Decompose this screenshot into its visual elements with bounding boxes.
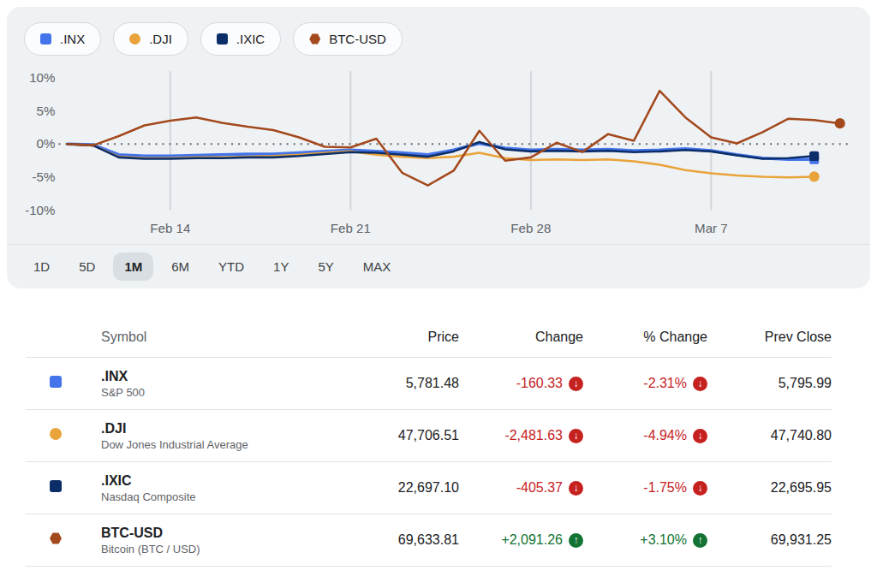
price-value: 5,781.48 <box>339 376 459 391</box>
svg-text:Feb 28: Feb 28 <box>510 221 551 235</box>
symbol-label: BTC-USD <box>101 526 339 541</box>
price-value: 22,697.10 <box>339 480 459 496</box>
chip-btc[interactable]: BTC-USD <box>293 22 403 56</box>
tab-6m[interactable]: 6M <box>160 252 200 281</box>
svg-text:Feb 14: Feb 14 <box>150 221 191 235</box>
chip-inx[interactable]: .INX <box>24 22 101 56</box>
range-tabs: 1D 5D 1M 6M YTD 1Y 5Y MAX <box>7 244 870 288</box>
table-row-btc[interactable]: BTC-USD Bitcoin (BTC / USD) 69,633.81 +2… <box>26 514 832 567</box>
pct-change-value: -1.75% ↓ <box>583 480 707 496</box>
header-pct-change: % Change <box>583 330 707 345</box>
chip-dji-label: .DJI <box>149 32 172 46</box>
ixic-icon <box>217 33 228 45</box>
prev-close-value: 5,795.99 <box>707 376 832 391</box>
pct-change-value: -2.31% ↓ <box>583 376 707 391</box>
chip-btc-label: BTC-USD <box>329 32 386 46</box>
inx-icon <box>40 33 51 45</box>
change-down-icon: ↓ <box>569 429 583 443</box>
change-value: -160.33 ↓ <box>459 376 583 391</box>
symbol-label: .IXIC <box>101 473 339 489</box>
chip-ixic-label: .IXIC <box>236 32 265 46</box>
chart-card: .INX .DJI .IXIC BTC-USD Feb 14Feb 21Feb … <box>7 7 870 288</box>
header-prev-close: Prev Close <box>707 330 832 345</box>
ixic-icon <box>50 480 62 492</box>
prev-close-value: 22,695.95 <box>707 480 832 496</box>
symbol-label: .INX <box>101 369 339 384</box>
btc-icon <box>309 33 320 45</box>
tab-1y[interactable]: 1Y <box>262 252 300 281</box>
btc-icon <box>50 532 62 544</box>
series-marker-.DJI <box>809 171 820 181</box>
quote-table: Symbol Price Change % Change Prev Close … <box>26 319 832 567</box>
tab-5d[interactable]: 5D <box>68 252 106 281</box>
change-up-icon: ↑ <box>693 533 707 548</box>
symbol-fullname: Bitcoin (BTC / USD) <box>101 543 339 555</box>
change-down-icon: ↓ <box>693 429 707 443</box>
table-row-ixic[interactable]: .IXIC Nasdaq Composite 22,697.10 -405.37… <box>26 462 832 514</box>
header-symbol: Symbol <box>101 330 339 345</box>
tab-ytd[interactable]: YTD <box>207 252 255 281</box>
change-value: -405.37 ↓ <box>459 480 583 496</box>
price-value: 47,706.51 <box>339 428 459 443</box>
svg-text:0%: 0% <box>37 136 56 151</box>
header-change: Change <box>459 330 583 345</box>
change-value: +2,091.26 ↑ <box>459 532 583 548</box>
table-row-inx[interactable]: .INX S&P 500 5,781.48 -160.33 ↓ -2.31% ↓… <box>26 358 832 410</box>
change-value: -2,481.63 ↓ <box>459 428 583 443</box>
chip-dji[interactable]: .DJI <box>113 22 188 56</box>
tab-1m[interactable]: 1M <box>113 252 153 281</box>
prev-close-value: 47,740.80 <box>707 428 832 443</box>
series-marker-.IXIC <box>809 151 819 161</box>
chip-inx-label: .INX <box>60 32 85 46</box>
pct-change-value: +3.10% ↑ <box>583 532 707 548</box>
prev-close-value: 69,931.25 <box>707 532 832 548</box>
header-price: Price <box>339 330 459 345</box>
change-down-icon: ↓ <box>693 481 707 496</box>
svg-text:5%: 5% <box>37 103 56 117</box>
performance-chart[interactable]: Feb 14Feb 21Feb 28Mar 710%5%0%-5%-10% <box>7 61 870 241</box>
svg-text:Feb 21: Feb 21 <box>331 221 371 235</box>
svg-text:-5%: -5% <box>33 169 56 184</box>
symbol-fullname: Dow Jones Industrial Average <box>101 438 339 451</box>
dji-icon <box>50 428 62 440</box>
change-down-icon: ↓ <box>693 377 707 391</box>
tab-max[interactable]: MAX <box>352 252 403 281</box>
price-value: 69,633.81 <box>339 532 459 548</box>
series-marker-BTC-USD <box>835 118 845 128</box>
pct-change-value: -4.94% ↓ <box>583 428 707 443</box>
change-down-icon: ↓ <box>569 377 583 391</box>
legend-chips: .INX .DJI .IXIC BTC-USD <box>7 7 870 59</box>
svg-text:Mar 7: Mar 7 <box>695 221 728 235</box>
symbol-fullname: S&P 500 <box>101 386 339 399</box>
inx-icon <box>50 376 62 388</box>
table-row-dji[interactable]: .DJI Dow Jones Industrial Average 47,706… <box>26 410 832 462</box>
chip-ixic[interactable]: .IXIC <box>200 22 281 56</box>
svg-text:-10%: -10% <box>25 203 55 217</box>
tab-1d[interactable]: 1D <box>22 252 61 281</box>
change-up-icon: ↑ <box>569 533 583 548</box>
symbol-label: .DJI <box>101 421 339 437</box>
tab-5y[interactable]: 5Y <box>307 252 344 281</box>
svg-text:10%: 10% <box>29 69 55 84</box>
dji-icon <box>129 33 140 45</box>
symbol-fullname: Nasdaq Composite <box>101 490 339 503</box>
change-down-icon: ↓ <box>569 481 583 496</box>
series-line-BTC-USD <box>68 91 840 186</box>
table-header: Symbol Price Change % Change Prev Close <box>26 319 832 358</box>
